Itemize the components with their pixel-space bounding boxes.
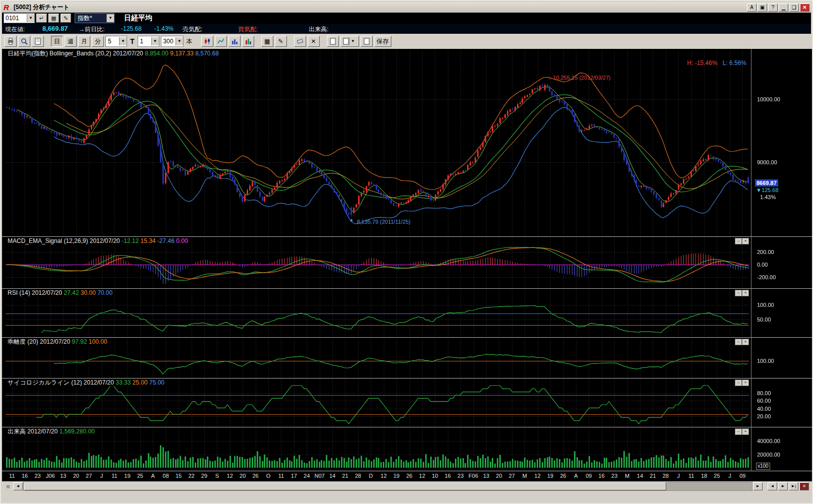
maximize-button[interactable]: ❑ bbox=[789, 4, 799, 12]
x-axis-tick-label: 21 bbox=[342, 473, 348, 479]
resize-grip[interactable]: ≡ bbox=[3, 483, 13, 490]
font-size-button[interactable]: A bbox=[747, 4, 757, 12]
panel-close-button[interactable]: × bbox=[742, 339, 749, 345]
print-button[interactable] bbox=[5, 36, 17, 47]
grid-toggle-button[interactable]: ▦ bbox=[261, 36, 273, 47]
panel-close-button[interactable]: × bbox=[742, 238, 749, 244]
search-icon bbox=[21, 38, 28, 45]
bar-count-select[interactable]: 300 ▼ bbox=[161, 36, 184, 47]
nav-latest-button[interactable]: ►| bbox=[789, 482, 798, 490]
chevron-down-icon[interactable]: ▼ bbox=[106, 14, 114, 22]
colored-bar-style-button[interactable] bbox=[242, 36, 254, 47]
page-select-button[interactable]: ▼ bbox=[340, 36, 359, 47]
save-button[interactable]: 保存 bbox=[374, 36, 391, 47]
chevron-down-icon[interactable]: ▼ bbox=[27, 14, 34, 22]
chevron-down-icon[interactable]: ▼ bbox=[151, 37, 159, 45]
period-monthly-button[interactable]: 月 bbox=[78, 36, 90, 47]
chevron-down-icon[interactable]: ▼ bbox=[119, 37, 127, 45]
bar-count-value: 300 bbox=[161, 38, 176, 45]
panel-minimize-button[interactable]: – bbox=[735, 290, 742, 296]
x-axis-tick-label: 24 bbox=[304, 473, 310, 479]
symbol-code-value: 0101 bbox=[4, 15, 27, 22]
eraser-button[interactable] bbox=[294, 36, 306, 47]
x-axis-tick-label: 13 bbox=[483, 473, 489, 479]
panel-minimize-button[interactable]: – bbox=[735, 380, 742, 386]
minimize-button[interactable]: ▁ bbox=[779, 4, 788, 12]
panel-close-button[interactable]: × bbox=[742, 428, 749, 435]
x-axis-tick-label: 16 bbox=[599, 473, 605, 479]
page-prev-button[interactable] bbox=[327, 36, 339, 47]
chart-area: 日経平均(指数) Bollinger_Bands (20,2) 2012/07/… bbox=[2, 49, 812, 481]
chart-canvas[interactable] bbox=[2, 49, 812, 481]
x-axis-tick-label: 25 bbox=[714, 473, 720, 479]
x-axis-tick-label: F06 bbox=[469, 473, 478, 479]
scrollbar-thumb[interactable] bbox=[24, 482, 666, 490]
x-axis-tick-label: 20 bbox=[496, 473, 502, 479]
change-label: →前日比: bbox=[79, 25, 104, 34]
x-axis-tick-label: 14 bbox=[329, 473, 335, 479]
scroll-left-button[interactable]: ◄ bbox=[13, 482, 23, 490]
board-icon[interactable]: ▦ bbox=[48, 14, 59, 23]
x-axis-tick-label: J bbox=[100, 473, 103, 479]
panel-minimize-button[interactable]: – bbox=[735, 238, 742, 244]
bar-chart-icon bbox=[231, 38, 238, 45]
period-weekly-button[interactable]: 週 bbox=[65, 36, 77, 47]
x-axis-tick-label: O bbox=[266, 473, 271, 479]
compare-value: 1 bbox=[138, 38, 151, 45]
panel-minimize-button[interactable]: – bbox=[735, 428, 742, 435]
title-bar: R [5002] 分析チャート A ▣ ? ▁ ❑ ✕ bbox=[2, 2, 811, 13]
candlestick-style-button[interactable] bbox=[201, 36, 213, 47]
chevron-down-icon[interactable]: ▼ bbox=[176, 37, 183, 45]
panel-close-button[interactable]: × bbox=[742, 380, 749, 386]
market-select-value: 指数* bbox=[78, 14, 92, 23]
window-controls: A ▣ ? ▁ ❑ ✕ bbox=[747, 4, 809, 12]
x-axis-tick-label: 28 bbox=[663, 473, 669, 479]
x-axis-tick-label: 15 bbox=[176, 473, 182, 479]
layout-button[interactable]: ▣ bbox=[758, 4, 767, 12]
x-axis-tick-label: J bbox=[677, 473, 680, 479]
symbol-code-input[interactable]: 0101 ▼ bbox=[4, 13, 35, 23]
nav-prev-button[interactable]: ◄ bbox=[768, 482, 777, 490]
x-axis-tick-label: 26 bbox=[406, 473, 412, 479]
bar-style-button[interactable] bbox=[228, 36, 241, 47]
x-axis-tick-label: 09 bbox=[739, 473, 745, 479]
document-icon bbox=[330, 38, 336, 45]
chart-toolbar: 日 週 月 分 5 ▼ T 1 ▼ 300 ▼ 本 ▦ bbox=[2, 34, 811, 49]
nav-next-button[interactable]: ► bbox=[778, 482, 788, 490]
x-axis-tick-label: 12 bbox=[535, 473, 541, 479]
period-minute-button[interactable]: 分 bbox=[92, 36, 104, 47]
line-style-button[interactable] bbox=[215, 36, 227, 47]
draw-tool-button[interactable]: ✎ bbox=[275, 36, 287, 47]
compare-select[interactable]: 1 ▼ bbox=[138, 36, 159, 47]
interval-select[interactable]: 5 ▼ bbox=[105, 36, 127, 47]
x-axis-labels: 111623J06132027J111925A08152229S122026O1… bbox=[2, 471, 812, 481]
interval-value: 5 bbox=[106, 38, 119, 45]
zoom-button[interactable] bbox=[18, 36, 30, 47]
scroll-right-button[interactable]: ► bbox=[753, 482, 763, 490]
x-axis-tick-label: 09 bbox=[586, 473, 592, 479]
volume-label: 出来高: bbox=[309, 25, 328, 34]
x-axis-tick-label: N07 bbox=[315, 473, 325, 479]
market-select[interactable]: 指数* ▼ bbox=[75, 13, 114, 23]
scrollbar-track[interactable] bbox=[23, 482, 752, 491]
page-next-button[interactable] bbox=[361, 36, 373, 47]
help-button[interactable]: ? bbox=[768, 4, 778, 12]
period-daily-button[interactable]: 日 bbox=[51, 36, 63, 47]
new-page-button[interactable] bbox=[32, 36, 44, 47]
nav-close-button[interactable]: ✕ bbox=[799, 482, 809, 490]
enter-button[interactable]: ↵ bbox=[36, 14, 47, 23]
panel-minimize-button[interactable]: – bbox=[735, 339, 742, 345]
clear-drawings-button[interactable]: ✕ bbox=[308, 36, 320, 47]
app-window: R [5002] 分析チャート A ▣ ? ▁ ❑ ✕ 0101 ▼ ↵ ▦ ✎… bbox=[0, 0, 813, 504]
printer-icon bbox=[7, 38, 14, 45]
horizontal-scrollbar: ≡ ◄ ► ◄ ► ►| ✕ bbox=[2, 481, 811, 491]
x-axis-tick-label: 26 bbox=[252, 473, 258, 479]
edit-icon[interactable]: ✎ bbox=[61, 14, 71, 23]
close-button[interactable]: ✕ bbox=[800, 4, 809, 12]
x-axis-tick-label: 22 bbox=[188, 473, 194, 479]
chevron-down-icon: ▼ bbox=[349, 37, 357, 45]
x-axis-tick-label: 23 bbox=[34, 473, 40, 479]
panel-close-button[interactable]: × bbox=[742, 290, 749, 296]
x-axis-tick-label: 29 bbox=[201, 473, 207, 479]
x-axis-tick-label: A bbox=[151, 473, 155, 479]
